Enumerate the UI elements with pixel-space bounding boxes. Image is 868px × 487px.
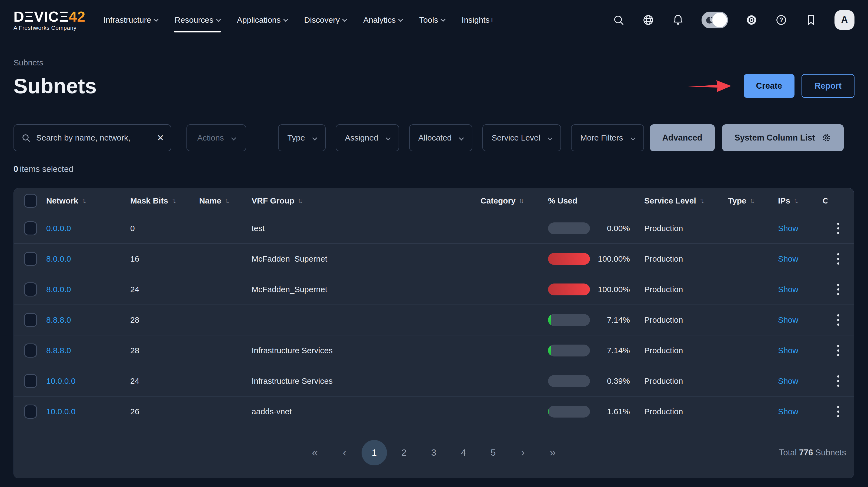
page-button-2[interactable]: 2 <box>391 440 417 465</box>
column-header-type[interactable]: Type↑↓ <box>728 196 778 205</box>
nav-item-label: Insights+ <box>462 16 494 25</box>
report-button[interactable]: Report <box>802 74 855 98</box>
network-link[interactable]: 10.0.0.0 <box>46 407 130 416</box>
next-page-button[interactable]: › <box>510 440 536 465</box>
row-menu-cell <box>823 253 854 265</box>
kebab-dot <box>837 253 839 255</box>
column-header-ips[interactable]: IPs↑↓ <box>778 196 823 205</box>
row-checkbox[interactable] <box>24 282 37 297</box>
kebab-dot <box>837 349 839 352</box>
kebab-menu-icon[interactable] <box>833 314 844 326</box>
mask-bits-cell: 24 <box>130 376 199 386</box>
network-link[interactable]: 8.8.8.0 <box>46 315 130 325</box>
kebab-menu-icon[interactable] <box>833 375 844 387</box>
nav-item-discovery[interactable]: Discovery <box>304 0 347 40</box>
column-header-mask-bits[interactable]: Mask Bits↑↓ <box>130 196 199 205</box>
kebab-dot <box>837 232 839 234</box>
last-page-button[interactable]: » <box>540 440 565 465</box>
column-header-category[interactable]: Category↑↓ <box>480 196 548 205</box>
column-header-network[interactable]: Network↑↓ <box>46 196 130 205</box>
page-button-1[interactable]: 1 <box>362 440 387 465</box>
column-header-service-level[interactable]: Service Level↑↓ <box>644 196 728 205</box>
filter-dropdown-allocated[interactable]: Allocated <box>409 124 472 151</box>
search-icon[interactable] <box>612 14 625 26</box>
page-button-4[interactable]: 4 <box>451 440 476 465</box>
vrf-group-cell: Infrastructure Services <box>252 376 480 386</box>
kebab-menu-icon[interactable] <box>833 406 844 417</box>
breadcrumb[interactable]: Subnets <box>13 58 43 67</box>
row-checkbox[interactable] <box>24 404 37 419</box>
sort-icon: ↑↓ <box>298 197 303 205</box>
row-checkbox[interactable] <box>24 221 37 235</box>
system-column-list-button[interactable]: System Column List <box>722 124 844 151</box>
ips-show-link[interactable]: Show <box>778 285 823 294</box>
gear-icon[interactable] <box>745 14 758 26</box>
bell-icon[interactable] <box>672 14 684 26</box>
kebab-dot <box>837 288 839 291</box>
chevron-down-icon <box>154 17 159 22</box>
bookmark-icon[interactable] <box>805 14 817 26</box>
device42-logo[interactable]: DΞVICΞ42 A Freshworks Company <box>13 9 86 31</box>
kebab-menu-icon[interactable] <box>833 223 844 234</box>
kebab-dot <box>837 380 839 382</box>
ips-show-link[interactable]: Show <box>778 254 823 264</box>
select-all-checkbox[interactable] <box>24 194 37 208</box>
column-header-label: Service Level <box>644 196 696 205</box>
nav-item-resources[interactable]: Resources <box>175 0 220 40</box>
kebab-menu-icon[interactable] <box>833 253 844 265</box>
nav-item-analytics[interactable]: Analytics <box>363 0 402 40</box>
svg-text:?: ? <box>779 17 783 24</box>
ips-show-link[interactable]: Show <box>778 376 823 386</box>
table-row: 10.0.0.024Infrastructure Services0.39%Pr… <box>14 366 854 396</box>
mask-bits-cell: 24 <box>130 285 199 294</box>
nav-item-infrastructure[interactable]: Infrastructure <box>103 0 158 40</box>
ips-show-link[interactable]: Show <box>778 407 823 416</box>
page-button-3[interactable]: 3 <box>421 440 446 465</box>
network-link[interactable]: 10.0.0.0 <box>46 376 130 386</box>
network-link[interactable]: 0.0.0.0 <box>46 224 130 233</box>
row-checkbox[interactable] <box>24 252 37 266</box>
column-header-vrf-group[interactable]: VRF Group↑↓ <box>252 196 480 205</box>
filter-dropdown-more-filters[interactable]: More Filters <box>571 124 644 151</box>
nav-item-applications[interactable]: Applications <box>237 0 287 40</box>
create-button[interactable]: Create <box>744 74 795 98</box>
clear-search-icon[interactable]: × <box>154 132 164 144</box>
nav-item-tools[interactable]: Tools <box>419 0 445 40</box>
network-link[interactable]: 8.8.8.0 <box>46 346 130 355</box>
chevron-down-icon <box>548 135 553 140</box>
filter-dropdown-service-level[interactable]: Service Level <box>483 124 561 151</box>
ips-show-link[interactable]: Show <box>778 346 823 355</box>
globe-icon[interactable] <box>642 14 654 26</box>
dark-mode-toggle[interactable] <box>702 11 728 28</box>
user-avatar[interactable]: A <box>835 10 855 30</box>
column-header-name[interactable]: Name↑↓ <box>199 196 252 205</box>
filter-dropdown-label: Allocated <box>418 133 452 143</box>
kebab-menu-icon[interactable] <box>833 345 844 356</box>
previous-page-button[interactable]: ‹ <box>332 440 357 465</box>
search-icon <box>21 133 31 143</box>
network-link[interactable]: 8.0.0.0 <box>46 254 130 264</box>
network-link[interactable]: 8.0.0.0 <box>46 285 130 294</box>
page-button-5[interactable]: 5 <box>480 440 506 465</box>
gear-icon <box>822 133 831 143</box>
ips-show-link[interactable]: Show <box>778 224 823 233</box>
help-icon[interactable]: ? <box>775 14 787 26</box>
ips-show-link[interactable]: Show <box>778 315 823 325</box>
filter-dropdown-label: More Filters <box>580 133 623 143</box>
row-checkbox[interactable] <box>24 313 37 327</box>
filter-dropdown-type[interactable]: Type <box>278 124 326 151</box>
kebab-dot <box>837 375 839 377</box>
first-page-button[interactable]: « <box>302 440 328 465</box>
vrf-group-cell: test <box>252 224 480 233</box>
kebab-menu-icon[interactable] <box>833 284 844 295</box>
actions-dropdown[interactable]: Actions <box>186 124 246 151</box>
advanced-button[interactable]: Advanced <box>650 124 715 151</box>
row-checkbox-cell <box>14 252 46 266</box>
filter-dropdown-assigned[interactable]: Assigned <box>336 124 399 151</box>
nav-item-insights-[interactable]: Insights+ <box>462 0 494 40</box>
table-row: 8.0.0.024McFadden_Supernet100.00%Product… <box>14 274 854 305</box>
row-checkbox[interactable] <box>24 343 37 358</box>
search-input[interactable]: Search by name, network, × <box>13 124 171 151</box>
column-header-c: C <box>823 196 854 205</box>
row-checkbox[interactable] <box>24 374 37 388</box>
